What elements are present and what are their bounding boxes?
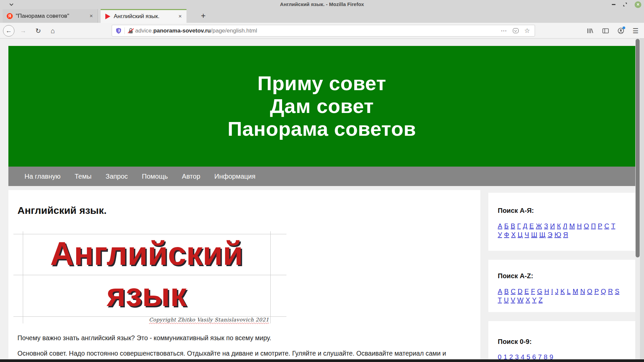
alpha-link[interactable]: M [573,288,578,295]
nav-menu-item[interactable]: Автор [182,173,200,180]
pocket-icon[interactable] [513,28,519,33]
tab-english-active[interactable]: Английский язык. × [101,9,186,23]
alpha-link[interactable]: К [557,222,561,230]
alpha-link[interactable]: В [511,222,515,230]
page-actions-icon[interactable]: ⋯ [501,27,507,35]
alpha-link[interactable]: H [544,288,549,295]
tab-close-icon[interactable]: × [176,13,184,20]
tab-label: Английский язык. [114,13,176,20]
alpha-link[interactable]: T [498,296,502,304]
alpha-link[interactable]: Э [548,231,552,238]
home-button[interactable]: ⌂ [46,23,59,39]
alpha-link[interactable]: М [569,222,575,230]
letter-rows: ABCDEFGHIJKLMNOPQRS TUVWXYZ [498,287,635,305]
alpha-link[interactable]: Д [523,222,528,230]
sidebar-icon [602,28,609,34]
alpha-link[interactable]: N [580,288,585,295]
alpha-link[interactable]: Б [504,222,508,230]
alpha-link[interactable]: П [591,222,596,230]
nav-menu-item[interactable]: На главную [24,173,60,180]
crop-line [13,275,286,275]
alpha-link[interactable]: Ф [504,231,509,238]
alpha-link[interactable]: Т [611,222,615,230]
alpha-link[interactable]: Р [598,222,602,230]
minimize-button[interactable] [612,4,615,5]
insecure-lock-icon[interactable] [128,27,134,34]
site-nav-menu: На главнуюТемыЗапросПомощьАвторИнформаци… [8,167,635,186]
bookmark-star-icon[interactable]: ☆ [524,27,530,35]
back-icon: ← [3,25,14,37]
alpha-link[interactable]: P [594,288,599,295]
alpha-link[interactable]: L [567,288,571,295]
back-button[interactable]: ← [3,23,15,39]
new-tab-button[interactable]: + [198,11,209,21]
paragraph: Почему важно знать английский язык? Это … [17,334,474,342]
nav-menu-item[interactable]: Запрос [106,173,128,180]
alpha-link[interactable]: Х [511,231,516,238]
letter-row: УФХЦЧШЩЭЮЯ [498,231,635,239]
tab-close-icon[interactable]: × [88,13,95,19]
sidebar-toggle-button[interactable] [599,23,612,39]
alpha-link[interactable]: V [511,296,515,304]
reload-button[interactable]: ↻ [32,23,44,39]
alpha-link[interactable]: I [551,288,553,295]
alpha-link[interactable]: U [504,296,508,304]
alpha-link[interactable]: B [504,288,508,295]
url-bar[interactable]: advice.panorama-sovetov.ru/page/english.… [112,25,535,37]
screen-bottom-edge [0,359,644,362]
alpha-link[interactable]: S [615,288,619,295]
restore-button[interactable] [623,2,627,7]
alpha-link[interactable]: W [517,296,524,304]
alpha-link[interactable]: Ч [525,231,529,238]
alpha-link[interactable]: Н [577,222,582,230]
alpha-link[interactable]: E [525,288,529,295]
alpha-link[interactable]: З [544,222,548,230]
alpha-link[interactable]: Г [517,222,521,230]
card-title: Поиск 0-9: [498,338,635,346]
nav-menu-item[interactable]: Помощь [142,173,168,180]
alpha-link[interactable]: Z [539,296,543,304]
tab-panorama-sovetov[interactable]: Я "Панорама советов" × [3,9,98,23]
alpha-link[interactable]: А [498,222,502,230]
library-button[interactable] [584,23,596,39]
alpha-link[interactable]: A [498,288,502,295]
alpha-link[interactable]: С [604,222,609,230]
nav-menu-item[interactable]: Темы [74,173,91,180]
alpha-link[interactable]: C [511,288,516,295]
alpha-link[interactable]: И [550,222,555,230]
account-button[interactable] [614,23,627,39]
alpha-link[interactable]: Ц [518,231,523,238]
alpha-link[interactable]: D [518,288,522,295]
alpha-link[interactable]: R [608,288,613,295]
alpha-link[interactable]: X [526,296,530,304]
alpha-link[interactable]: O [587,288,592,295]
alpha-link[interactable]: K [560,288,565,295]
alpha-link[interactable]: О [584,222,589,230]
alpha-link[interactable]: Y [532,296,536,304]
alpha-link[interactable]: J [555,288,558,295]
hamburger-menu-button[interactable]: ☰ [629,23,642,39]
page-scrollbar[interactable] [635,39,640,362]
alpha-link[interactable]: Ю [554,231,561,238]
alpha-link[interactable]: Щ [539,231,546,238]
alpha-link[interactable]: G [537,288,542,295]
tracking-shield-icon[interactable] [116,27,121,34]
alpha-link[interactable]: Q [601,288,606,295]
alpha-link[interactable]: Е [529,222,534,230]
url-actions: ⋯ ☆ [501,25,535,36]
alpha-link[interactable]: Я [563,231,568,238]
letter-row: АБВГДЕЖЗИКЛМНОПРСТ [498,222,635,231]
alpha-link[interactable]: У [498,231,502,238]
alpha-link[interactable]: Л [563,222,567,230]
browser-toolbar: ← → ↻ ⌂ advice.panorama-sovetov.ru/page/… [0,23,644,39]
crop-line [270,231,271,323]
alpha-link[interactable]: Ж [536,222,542,230]
close-button[interactable]: × [635,1,641,8]
nav-menu-item[interactable]: Информация [214,173,255,180]
divider [124,27,125,34]
alpha-link[interactable]: F [531,288,535,295]
alpha-link[interactable]: Ш [531,231,537,238]
scrollbar-thumb[interactable] [636,39,640,257]
window-controls: × [612,0,641,9]
forward-button[interactable]: → [17,23,29,39]
